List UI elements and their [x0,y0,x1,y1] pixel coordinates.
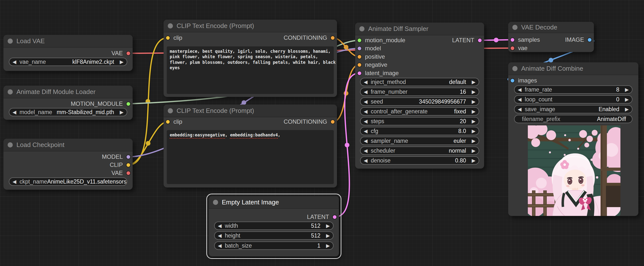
link-midpoint-dot-checkpoint-CLIP-to-negative-clip[interactable] [146,141,150,146]
widget-decrement-arrow[interactable]: ◀ [514,87,525,92]
input-dot-samples[interactable] [510,37,515,42]
widget-sampler_name[interactable]: ◀sampler_nameeuler▶ [360,137,479,145]
widget-increment-arrow[interactable]: ▶ [469,148,479,153]
widget-increment-arrow[interactable]: ▶ [469,129,479,133]
widget-decrement-arrow[interactable]: ◀ [514,97,525,102]
widget-increment-arrow[interactable]: ▶ [469,109,479,114]
widget-inject_method[interactable]: ◀inject_methoddefault▶ [360,78,479,86]
node-animate-diff-sampler[interactable]: Animate Diff Samplermotion_modulemodelpo… [355,22,484,169]
widget-frame_rate[interactable]: ◀frame_rate8▶ [514,85,632,94]
collapse-dot[interactable] [359,26,364,31]
output-dot-CONDITIONING[interactable] [330,35,335,40]
widget-save_image[interactable]: ◀save_imageEnabled▶ [514,105,632,113]
widget-decrement-arrow[interactable]: ◀ [360,99,371,104]
output-dot-LATENT[interactable] [332,215,337,219]
widget-decrement-arrow[interactable]: ◀ [215,243,225,248]
output-dot-VAE[interactable] [126,171,131,175]
widget-ckpt_name[interactable]: ◀ckpt_nameAnimeLike25D_v11.safetensors▶ [9,177,127,186]
widget-increment-arrow[interactable]: ▶ [469,119,479,124]
widget-increment-arrow[interactable]: ▶ [622,97,632,102]
widget-width[interactable]: ◀width512▶ [214,222,334,230]
collapse-dot[interactable] [512,25,518,30]
collapse-dot[interactable] [168,108,173,113]
widget-decrement-arrow[interactable]: ◀ [215,233,225,238]
widget-height[interactable]: ◀height512▶ [214,231,334,240]
collapse-dot[interactable] [8,89,13,94]
widget-increment-arrow[interactable]: ▶ [469,89,479,94]
node-empty-latent-image[interactable]: Empty Latent ImageLATENT◀width512▶◀heigh… [209,196,339,257]
widget-decrement-arrow[interactable]: ◀ [360,148,371,153]
link-midpoint-dot-decode-IMAGE-to-combine-images[interactable] [549,58,553,63]
widget-model_name[interactable]: ◀model_namemm-Stabilized_mid.pth▶ [9,108,127,116]
input-dot-positive[interactable] [357,54,362,59]
widget-increment-arrow[interactable]: ▶ [469,79,479,84]
widget-decrement-arrow[interactable]: ◀ [9,59,20,64]
prompt-textarea[interactable]: embedding:easynegative, embedding:badhan… [167,130,334,184]
widget-seed[interactable]: ◀seed345029849956677▶ [360,97,479,106]
collapse-dot[interactable] [168,23,173,28]
widget-decrement-arrow[interactable]: ◀ [360,79,371,84]
input-dot-clip[interactable] [166,119,170,124]
widget-decrement-arrow[interactable]: ◀ [360,119,371,124]
widget-decrement-arrow[interactable]: ◀ [360,129,371,133]
output-dot-LATENT[interactable] [478,38,482,43]
output-dot-MOTION_MODULE[interactable] [126,102,131,106]
link-midpoint-dot-checkpoint-MODEL-to-sampler-model[interactable] [242,100,246,105]
widget-increment-arrow[interactable]: ▶ [117,110,127,115]
widget-decrement-arrow[interactable]: ◀ [360,109,371,114]
widget-decrement-arrow[interactable]: ◀ [9,110,20,115]
widget-decrement-arrow[interactable]: ◀ [360,138,371,143]
widget-increment-arrow[interactable]: ▶ [622,107,632,112]
graph-canvas[interactable]: Load VAEVAE◀vae_nameklF8Anime2.ckpt▶Anim… [0,0,644,266]
collapse-dot[interactable] [8,38,13,44]
widget-control_after_generate[interactable]: ◀control_after_generatefixed▶ [360,107,479,116]
widget-increment-arrow[interactable]: ▶ [323,233,333,238]
input-dot-negative[interactable] [357,63,362,67]
widget-decrement-arrow[interactable]: ◀ [514,107,525,112]
output-dot-CLIP[interactable] [126,163,131,167]
widget-vae_name[interactable]: ◀vae_nameklF8Anime2.ckpt▶ [9,58,127,66]
node-vae-decode[interactable]: VAE DecodesamplesvaeIMAGE [508,22,594,52]
widget-increment-arrow[interactable]: ▶ [469,158,479,163]
input-dot-latent_image[interactable] [357,71,362,76]
output-dot-VAE[interactable] [126,51,131,56]
node-load-vae[interactable]: Load VAEVAE◀vae_nameklF8Anime2.ckpt▶ [4,35,133,71]
input-dot-clip[interactable] [166,35,170,40]
output-dot-MODEL[interactable] [126,155,131,159]
node-clip-text-encode-negative[interactable]: CLIP Text Encode (Prompt)clipCONDITIONIN… [164,105,337,188]
widget-cfg[interactable]: ◀cfg8.0▶ [360,127,479,135]
widget-increment-arrow[interactable]: ▶ [323,243,333,248]
link-midpoint-dot-positive-CONDITIONING-to-sampler-positive[interactable] [344,45,348,49]
collapse-dot[interactable] [8,142,13,147]
input-dot-vae[interactable] [510,46,515,50]
link-midpoint-dot-empty-latent-LATENT-to-sampler-latent[interactable] [345,143,350,147]
node-clip-text-encode-positive[interactable]: CLIP Text Encode (Prompt)clipCONDITIONIN… [164,20,337,97]
widget-decrement-arrow[interactable]: ◀ [215,223,225,228]
widget-batch_size[interactable]: ◀batch_size1▶ [214,242,334,250]
output-dot-CONDITIONING[interactable] [330,119,335,124]
widget-scheduler[interactable]: ◀schedulernormal▶ [360,147,479,155]
widget-steps[interactable]: ◀steps20▶ [360,117,479,125]
input-dot-motion_module[interactable] [357,38,362,43]
widget-loop_count[interactable]: ◀loop_count0▶ [514,95,632,104]
widget-increment-arrow[interactable]: ▶ [323,223,333,228]
node-animate-diff-combine[interactable]: Animate Diff Combineimages◀frame_rate8▶◀… [508,62,638,216]
widget-increment-arrow[interactable]: ▶ [117,59,127,64]
widget-decrement-arrow[interactable]: ◀ [9,179,20,184]
widget-increment-arrow[interactable]: ▶ [469,99,479,104]
node-load-checkpoint[interactable]: Load CheckpointMODELCLIPVAE◀ckpt_nameAni… [4,139,133,190]
widget-decrement-arrow[interactable]: ◀ [360,89,371,94]
input-dot-images[interactable] [510,78,515,83]
prompt-textarea[interactable]: masterpiece, best quality, 1girl, solo, … [167,46,334,94]
collapse-dot[interactable] [512,66,518,71]
widget-filename_prefix[interactable]: filename_prefixAnimateDiff [514,115,632,123]
widget-increment-arrow[interactable]: ▶ [622,87,632,92]
collapse-dot[interactable] [213,200,218,205]
link-midpoint-dot-sampler-LATENT-to-decode-samples[interactable] [494,38,498,42]
widget-decrement-arrow[interactable]: ◀ [360,158,371,163]
output-dot-IMAGE[interactable] [587,37,592,42]
widget-denoise[interactable]: ◀denoise0.80▶ [360,156,479,165]
widget-increment-arrow[interactable]: ▶ [469,138,479,143]
widget-frame_number[interactable]: ◀frame_number16▶ [360,88,479,96]
input-dot-model[interactable] [357,46,362,51]
